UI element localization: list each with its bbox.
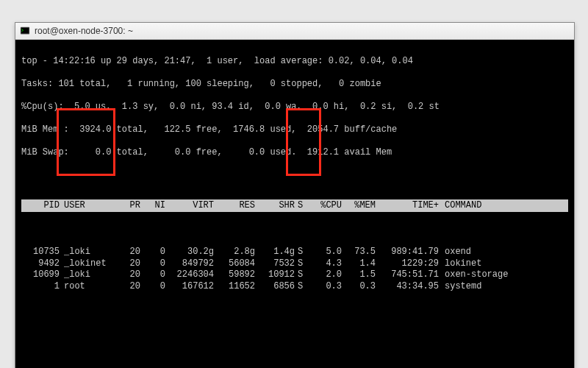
- col-header-shr: SHR: [257, 200, 296, 212]
- process-header-row: PID USER PR NI VIRT RES SHR S %CPU %MEM …: [21, 199, 568, 213]
- cell-cmd: lokinet: [440, 258, 534, 270]
- cell-pid: 10735: [21, 247, 61, 258]
- top-tasks-line: Tasks: 101 total, 1 running, 100 sleepin…: [21, 79, 568, 91]
- cell-time: 1229:29: [377, 258, 440, 270]
- cell-s: S: [296, 247, 309, 258]
- cell-pid: 9492: [21, 258, 61, 270]
- cell-user: _loki: [61, 269, 117, 281]
- top-swap-line: MiB Swap: 0.0 total, 0.0 free, 0.0 used.…: [21, 147, 568, 159]
- cell-time: 745:51.71: [377, 269, 440, 281]
- highlight-cpu-column: [286, 108, 321, 176]
- cell-cmd: oxend: [440, 247, 534, 258]
- cell-user: root: [61, 281, 117, 293]
- cell-user: _lokinet: [61, 258, 117, 270]
- cell-cpu: 4.3: [309, 258, 343, 270]
- top-cpu-line: %Cpu(s): 5.0 us, 1.3 sy, 0.0 ni, 93.4 id…: [21, 102, 568, 113]
- col-header-cmd: COMMAND: [440, 200, 534, 212]
- titlebar[interactable]: root@oxen-node-3700: ~: [15, 23, 574, 40]
- table-row[interactable]: 9492_lokinet200849792560847532S4.31.4122…: [21, 258, 568, 270]
- col-header-virt: VIRT: [167, 200, 215, 212]
- col-header-pr: PR: [117, 200, 142, 212]
- col-header-mem: %MEM: [343, 200, 377, 212]
- cell-res: 59892: [215, 269, 257, 281]
- top-uptime-line: top - 14:22:16 up 29 days, 21:47, 1 user…: [21, 56, 568, 68]
- cell-cpu: 0.3: [309, 281, 343, 293]
- col-header-cpu: %CPU: [309, 200, 343, 212]
- cell-ni: 0: [142, 258, 167, 270]
- cell-virt: 2246304: [167, 269, 215, 281]
- col-header-ni: NI: [142, 200, 167, 212]
- cell-shr: 10912: [257, 269, 296, 281]
- cell-s: S: [296, 281, 309, 293]
- cell-mem: 1.5: [343, 269, 377, 281]
- col-header-user: USER: [61, 200, 117, 212]
- cell-cpu: 5.0: [309, 247, 343, 258]
- table-row[interactable]: 1root200167612116526856S0.30.343:34.95sy…: [21, 281, 568, 293]
- cell-shr: 7532: [257, 258, 296, 270]
- cell-mem: 1.4: [343, 258, 377, 270]
- cell-ni: 0: [142, 247, 167, 258]
- col-header-s: S: [296, 200, 309, 212]
- cell-s: S: [296, 269, 309, 281]
- table-row[interactable]: 10735_loki20030.2g2.8g1.4gS5.073.5989:41…: [21, 247, 568, 258]
- terminal-icon: [20, 26, 30, 36]
- cell-pid: 10699: [21, 269, 61, 281]
- cell-pr: 20: [117, 258, 142, 270]
- cell-pr: 20: [117, 269, 142, 281]
- cell-shr: 6856: [257, 281, 296, 293]
- cell-res: 56084: [215, 258, 257, 270]
- cell-user: _loki: [61, 247, 117, 258]
- cell-pr: 20: [117, 247, 142, 258]
- highlight-user-column: [57, 108, 115, 176]
- cell-virt: 30.2g: [167, 247, 215, 258]
- cell-shr: 1.4g: [257, 247, 296, 258]
- process-list: 10735_loki20030.2g2.8g1.4gS5.073.5989:41…: [21, 247, 568, 292]
- cell-mem: 73.5: [343, 247, 377, 258]
- cell-cmd: systemd: [440, 281, 534, 293]
- cell-virt: 849792: [167, 258, 215, 270]
- cell-cmd: oxen-storage: [440, 269, 534, 281]
- col-header-time: TIME+: [377, 200, 440, 212]
- terminal-window: root@oxen-node-3700: ~ top - 14:22:16 up…: [15, 22, 575, 368]
- cell-time: 43:34.95: [377, 281, 440, 293]
- cell-virt: 167612: [167, 281, 215, 293]
- col-header-pid: PID: [21, 200, 61, 212]
- table-row[interactable]: 10699_loki20022463045989210912S2.01.5745…: [21, 269, 568, 281]
- window-title: root@oxen-node-3700: ~: [35, 26, 133, 36]
- cell-time: 989:41.79: [377, 247, 440, 258]
- cell-res: 2.8g: [215, 247, 257, 258]
- cell-pr: 20: [117, 281, 142, 293]
- col-header-res: RES: [215, 200, 257, 212]
- top-mem-line: MiB Mem : 3924.0 total, 122.5 free, 1746…: [21, 124, 568, 136]
- cell-ni: 0: [142, 269, 167, 281]
- cell-s: S: [296, 258, 309, 270]
- cell-ni: 0: [142, 281, 167, 293]
- terminal-body[interactable]: top - 14:22:16 up 29 days, 21:47, 1 user…: [15, 40, 574, 368]
- cell-cpu: 2.0: [309, 269, 343, 281]
- cell-mem: 0.3: [343, 281, 377, 293]
- cell-res: 11652: [215, 281, 257, 293]
- cell-pid: 1: [21, 281, 61, 293]
